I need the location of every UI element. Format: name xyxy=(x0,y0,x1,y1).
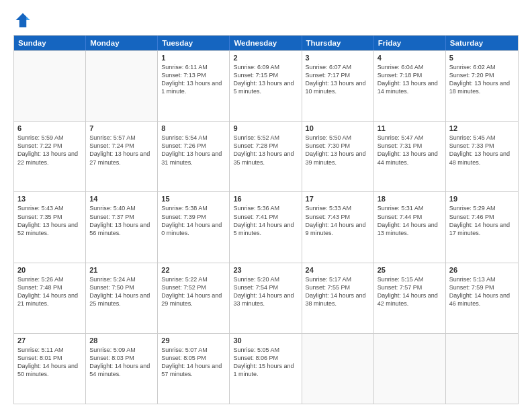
day-number: 1 xyxy=(161,54,226,62)
day-number: 29 xyxy=(161,336,226,345)
calendar-cell: 21Sunrise: 5:24 AM Sunset: 7:50 PM Dayli… xyxy=(86,263,158,333)
day-info: Sunrise: 5:40 AM Sunset: 7:37 PM Dayligh… xyxy=(89,204,154,237)
day-number: 13 xyxy=(17,195,82,203)
day-number: 6 xyxy=(17,124,82,132)
day-number: 30 xyxy=(233,336,298,345)
calendar-cell: 27Sunrise: 5:11 AM Sunset: 8:01 PM Dayli… xyxy=(14,334,86,404)
day-info: Sunrise: 5:33 AM Sunset: 7:43 PM Dayligh… xyxy=(306,204,370,237)
calendar-cell: 12Sunrise: 5:45 AM Sunset: 7:33 PM Dayli… xyxy=(446,122,518,191)
calendar-cell: 19Sunrise: 5:29 AM Sunset: 7:46 PM Dayli… xyxy=(446,192,518,262)
day-number: 20 xyxy=(17,266,82,274)
calendar-cell: 5Sunrise: 6:02 AM Sunset: 7:20 PM Daylig… xyxy=(446,51,518,121)
day-info: Sunrise: 6:04 AM Sunset: 7:18 PM Dayligh… xyxy=(378,63,442,96)
calendar-cell: 8Sunrise: 5:54 AM Sunset: 7:26 PM Daylig… xyxy=(158,122,230,191)
day-info: Sunrise: 5:47 AM Sunset: 7:31 PM Dayligh… xyxy=(378,134,442,167)
day-number: 27 xyxy=(17,336,82,345)
day-info: Sunrise: 5:09 AM Sunset: 8:03 PM Dayligh… xyxy=(89,346,154,379)
header-day-saturday: Saturday xyxy=(446,36,518,50)
day-info: Sunrise: 5:15 AM Sunset: 7:57 PM Dayligh… xyxy=(378,275,442,308)
calendar-cell: 6Sunrise: 5:59 AM Sunset: 7:22 PM Daylig… xyxy=(14,122,86,191)
day-info: Sunrise: 5:38 AM Sunset: 7:39 PM Dayligh… xyxy=(161,204,226,237)
day-number: 18 xyxy=(378,195,442,203)
day-number: 7 xyxy=(89,124,154,132)
day-info: Sunrise: 5:43 AM Sunset: 7:35 PM Dayligh… xyxy=(17,204,82,237)
day-number: 5 xyxy=(449,54,515,62)
day-number: 22 xyxy=(161,266,226,274)
header-day-thursday: Thursday xyxy=(302,36,374,50)
day-number: 3 xyxy=(306,54,370,62)
calendar-cell: 30Sunrise: 5:05 AM Sunset: 8:06 PM Dayli… xyxy=(230,334,302,404)
calendar-cell: 9Sunrise: 5:52 AM Sunset: 7:28 PM Daylig… xyxy=(230,122,302,191)
header xyxy=(13,11,519,30)
header-day-sunday: Sunday xyxy=(14,36,86,50)
calendar-cell xyxy=(14,51,86,121)
calendar-cell: 24Sunrise: 5:17 AM Sunset: 7:55 PM Dayli… xyxy=(302,263,374,333)
calendar-cell: 11Sunrise: 5:47 AM Sunset: 7:31 PM Dayli… xyxy=(374,122,446,191)
calendar-cell: 10Sunrise: 5:50 AM Sunset: 7:30 PM Dayli… xyxy=(302,122,374,191)
calendar-cell: 4Sunrise: 6:04 AM Sunset: 7:18 PM Daylig… xyxy=(374,51,446,121)
header-day-monday: Monday xyxy=(86,36,158,50)
calendar-cell xyxy=(302,334,374,404)
day-number: 14 xyxy=(89,195,154,203)
day-number: 25 xyxy=(378,266,442,274)
week-row-4: 20Sunrise: 5:26 AM Sunset: 7:48 PM Dayli… xyxy=(14,263,518,333)
header-day-wednesday: Wednesday xyxy=(230,36,302,50)
day-number: 10 xyxy=(306,124,370,132)
calendar-cell: 28Sunrise: 5:09 AM Sunset: 8:03 PM Dayli… xyxy=(86,334,158,404)
week-row-3: 13Sunrise: 5:43 AM Sunset: 7:35 PM Dayli… xyxy=(14,191,518,262)
calendar-cell: 1Sunrise: 6:11 AM Sunset: 7:13 PM Daylig… xyxy=(158,51,230,121)
day-info: Sunrise: 5:05 AM Sunset: 8:06 PM Dayligh… xyxy=(233,346,298,379)
calendar-cell: 26Sunrise: 5:13 AM Sunset: 7:59 PM Dayli… xyxy=(446,263,518,333)
calendar-cell: 14Sunrise: 5:40 AM Sunset: 7:37 PM Dayli… xyxy=(86,192,158,262)
day-info: Sunrise: 5:07 AM Sunset: 8:05 PM Dayligh… xyxy=(161,346,226,379)
day-info: Sunrise: 6:02 AM Sunset: 7:20 PM Dayligh… xyxy=(449,63,515,96)
svg-marker-1 xyxy=(26,17,30,20)
day-info: Sunrise: 5:20 AM Sunset: 7:54 PM Dayligh… xyxy=(233,275,298,308)
day-number: 21 xyxy=(89,266,154,274)
day-number: 19 xyxy=(449,195,515,203)
calendar-header: SundayMondayTuesdayWednesdayThursdayFrid… xyxy=(14,36,518,50)
day-info: Sunrise: 5:31 AM Sunset: 7:44 PM Dayligh… xyxy=(378,204,442,237)
day-info: Sunrise: 5:11 AM Sunset: 8:01 PM Dayligh… xyxy=(17,346,82,379)
day-number: 2 xyxy=(233,54,298,62)
day-info: Sunrise: 5:22 AM Sunset: 7:52 PM Dayligh… xyxy=(161,275,226,308)
calendar-cell: 29Sunrise: 5:07 AM Sunset: 8:05 PM Dayli… xyxy=(158,334,230,404)
calendar-cell: 2Sunrise: 6:09 AM Sunset: 7:15 PM Daylig… xyxy=(230,51,302,121)
day-info: Sunrise: 5:57 AM Sunset: 7:24 PM Dayligh… xyxy=(89,134,154,167)
calendar-cell: 20Sunrise: 5:26 AM Sunset: 7:48 PM Dayli… xyxy=(14,263,86,333)
day-number: 12 xyxy=(449,124,515,132)
calendar-body: 1Sunrise: 6:11 AM Sunset: 7:13 PM Daylig… xyxy=(14,50,518,404)
calendar-cell: 22Sunrise: 5:22 AM Sunset: 7:52 PM Dayli… xyxy=(158,263,230,333)
logo-icon xyxy=(13,11,32,30)
day-info: Sunrise: 6:09 AM Sunset: 7:15 PM Dayligh… xyxy=(233,63,298,96)
day-number: 9 xyxy=(233,124,298,132)
calendar-cell: 25Sunrise: 5:15 AM Sunset: 7:57 PM Dayli… xyxy=(374,263,446,333)
day-number: 23 xyxy=(233,266,298,274)
calendar-cell: 16Sunrise: 5:36 AM Sunset: 7:41 PM Dayli… xyxy=(230,192,302,262)
day-number: 15 xyxy=(161,195,226,203)
calendar-cell: 3Sunrise: 6:07 AM Sunset: 7:17 PM Daylig… xyxy=(302,51,374,121)
calendar-cell: 23Sunrise: 5:20 AM Sunset: 7:54 PM Dayli… xyxy=(230,263,302,333)
day-number: 11 xyxy=(378,124,442,132)
day-info: Sunrise: 5:50 AM Sunset: 7:30 PM Dayligh… xyxy=(306,134,370,167)
day-number: 8 xyxy=(161,124,226,132)
day-info: Sunrise: 5:45 AM Sunset: 7:33 PM Dayligh… xyxy=(449,134,515,167)
page: SundayMondayTuesdayWednesdayThursdayFrid… xyxy=(0,0,532,411)
day-number: 16 xyxy=(233,195,298,203)
day-info: Sunrise: 6:11 AM Sunset: 7:13 PM Dayligh… xyxy=(161,63,226,96)
calendar-cell: 13Sunrise: 5:43 AM Sunset: 7:35 PM Dayli… xyxy=(14,192,86,262)
day-info: Sunrise: 5:29 AM Sunset: 7:46 PM Dayligh… xyxy=(449,204,515,237)
header-day-friday: Friday xyxy=(374,36,446,50)
calendar-cell: 17Sunrise: 5:33 AM Sunset: 7:43 PM Dayli… xyxy=(302,192,374,262)
week-row-1: 1Sunrise: 6:11 AM Sunset: 7:13 PM Daylig… xyxy=(14,50,518,121)
day-number: 17 xyxy=(306,195,370,203)
day-info: Sunrise: 5:24 AM Sunset: 7:50 PM Dayligh… xyxy=(89,275,154,308)
day-number: 24 xyxy=(306,266,370,274)
day-info: Sunrise: 5:54 AM Sunset: 7:26 PM Dayligh… xyxy=(161,134,226,167)
calendar-cell: 18Sunrise: 5:31 AM Sunset: 7:44 PM Dayli… xyxy=(374,192,446,262)
calendar-cell: 7Sunrise: 5:57 AM Sunset: 7:24 PM Daylig… xyxy=(86,122,158,191)
logo xyxy=(13,11,35,30)
day-number: 4 xyxy=(378,54,442,62)
calendar-cell xyxy=(374,334,446,404)
calendar: SundayMondayTuesdayWednesdayThursdayFrid… xyxy=(13,35,519,404)
